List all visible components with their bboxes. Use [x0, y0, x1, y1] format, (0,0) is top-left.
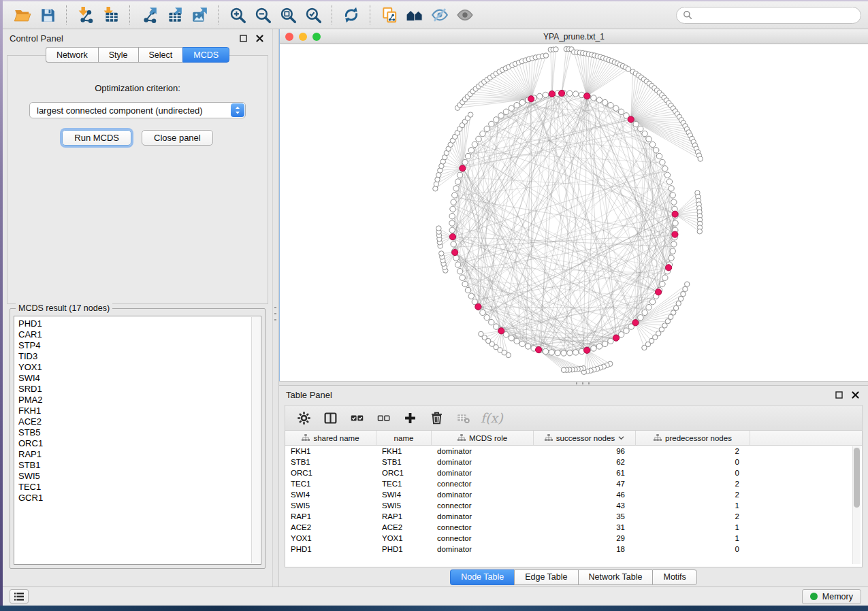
cell-predecessor-nodes[interactable]: 2: [636, 512, 750, 521]
vertical-splitter[interactable]: [272, 29, 279, 587]
mcds-result-item[interactable]: TID3: [18, 351, 251, 362]
cell-name[interactable]: ACE2: [376, 523, 432, 531]
column-header-predecessor-nodes[interactable]: predecessor nodes: [636, 431, 750, 445]
mcds-result-item[interactable]: GCR1: [18, 493, 251, 503]
run-mcds-button[interactable]: Run MCDS: [62, 130, 131, 146]
first-neighbors-button[interactable]: [402, 5, 427, 26]
add-column-button[interactable]: [398, 408, 421, 428]
cell-MCDS-role[interactable]: dominator: [432, 469, 534, 477]
table-scrollbar[interactable]: [852, 446, 861, 564]
cell-shared-name[interactable]: TEC1: [285, 480, 376, 488]
tab-select[interactable]: Select: [138, 47, 183, 63]
cell-successor-nodes[interactable]: 29: [534, 534, 636, 542]
cell-MCDS-role[interactable]: dominator: [432, 447, 534, 455]
close-panel-button[interactable]: [254, 33, 266, 44]
cell-name[interactable]: RAP1: [376, 512, 432, 521]
network-canvas[interactable]: [280, 44, 868, 381]
zoom-selected-button[interactable]: [300, 5, 325, 26]
cell-name[interactable]: STB1: [376, 458, 432, 466]
cell-successor-nodes[interactable]: 61: [534, 469, 636, 477]
select-all-checks-button[interactable]: [345, 408, 368, 428]
cell-MCDS-role[interactable]: dominator: [432, 512, 534, 521]
table-row[interactable]: SWI5SWI5connector431: [285, 500, 862, 511]
mcds-result-item[interactable]: SWI4: [18, 373, 251, 384]
cell-successor-nodes[interactable]: 35: [534, 512, 636, 521]
table-row[interactable]: ORC1ORC1dominator610: [285, 467, 862, 478]
cell-MCDS-role[interactable]: dominator: [432, 458, 534, 466]
table-row[interactable]: TEC1TEC1connector472: [285, 478, 862, 489]
optimization-criterion-select[interactable]: largest connected component (undirected): [29, 102, 246, 118]
cell-shared-name[interactable]: PHD1: [285, 545, 376, 553]
cell-MCDS-role[interactable]: connector: [432, 480, 534, 488]
import-network-button[interactable]: [73, 5, 98, 26]
open-session-button[interactable]: [10, 5, 35, 26]
cell-successor-nodes[interactable]: 46: [534, 491, 636, 499]
mcds-result-item[interactable]: STB1: [18, 460, 251, 471]
mcds-result-item[interactable]: ACE2: [18, 416, 251, 427]
close-table-panel-button[interactable]: [850, 389, 861, 401]
table-row[interactable]: ACE2ACE2connector311: [285, 522, 862, 533]
tab-style[interactable]: Style: [98, 47, 138, 63]
cell-MCDS-role[interactable]: connector: [432, 534, 534, 542]
close-mcds-panel-button[interactable]: Close panel: [142, 130, 213, 146]
table-row[interactable]: FKH1FKH1dominator962: [285, 446, 862, 457]
tab-network-table[interactable]: Network Table: [578, 569, 653, 585]
mcds-result-item[interactable]: SRD1: [18, 384, 251, 395]
export-image-button[interactable]: [187, 5, 212, 26]
cell-predecessor-nodes[interactable]: 1: [636, 523, 750, 531]
mcds-result-item[interactable]: STB5: [18, 427, 251, 438]
clear-all-checks-button[interactable]: [372, 408, 395, 428]
network-graph[interactable]: [280, 44, 868, 380]
import-table-button[interactable]: [98, 5, 123, 26]
cell-shared-name[interactable]: STB1: [285, 458, 376, 466]
cell-successor-nodes[interactable]: 47: [534, 480, 636, 488]
refresh-layout-button[interactable]: [338, 5, 364, 26]
cell-MCDS-role[interactable]: connector: [432, 501, 534, 510]
tab-edge-table[interactable]: Edge Table: [514, 569, 577, 585]
float-table-panel-button[interactable]: [833, 389, 845, 401]
column-header-successor-nodes[interactable]: successor nodes: [534, 431, 636, 445]
save-session-button[interactable]: [35, 5, 60, 26]
mcds-result-item[interactable]: RAP1: [18, 449, 251, 460]
mcds-result-item[interactable]: ORC1: [18, 438, 251, 449]
new-network-from-selection-button[interactable]: [376, 5, 402, 26]
cell-successor-nodes[interactable]: 96: [534, 447, 636, 455]
close-window-icon[interactable]: [285, 33, 293, 41]
table-row[interactable]: STB1STB1dominator620: [285, 457, 862, 467]
network-window-titlebar[interactable]: YPA_prune.txt_1: [280, 29, 868, 44]
cell-name[interactable]: PHD1: [376, 545, 432, 553]
export-table-button[interactable]: [161, 5, 187, 26]
tab-motifs[interactable]: Motifs: [652, 569, 696, 585]
cell-MCDS-role[interactable]: connector: [432, 523, 534, 531]
cell-shared-name[interactable]: YOX1: [285, 534, 376, 542]
cell-shared-name[interactable]: SWI5: [285, 501, 376, 510]
cell-predecessor-nodes[interactable]: 1: [636, 501, 750, 510]
mcds-result-item[interactable]: CAR1: [18, 329, 251, 340]
column-header-shared-name[interactable]: shared name: [285, 431, 376, 445]
zoom-fit-button[interactable]: [275, 5, 300, 26]
cell-shared-name[interactable]: RAP1: [285, 512, 376, 521]
minimize-window-icon[interactable]: [299, 33, 307, 41]
cell-name[interactable]: TEC1: [376, 480, 432, 488]
cell-predecessor-nodes[interactable]: 2: [636, 447, 750, 455]
zoom-out-button[interactable]: [250, 5, 275, 26]
cell-name[interactable]: SWI5: [376, 501, 432, 510]
hide-selected-button[interactable]: [427, 5, 452, 26]
delete-column-button[interactable]: [425, 408, 448, 428]
zoom-in-button[interactable]: [225, 5, 250, 26]
cell-predecessor-nodes[interactable]: 1: [636, 534, 750, 542]
cell-shared-name[interactable]: SWI4: [285, 491, 376, 499]
cell-name[interactable]: ORC1: [376, 469, 432, 477]
mcds-result-item[interactable]: TEC1: [18, 482, 251, 493]
cell-successor-nodes[interactable]: 31: [534, 523, 636, 531]
show-all-button[interactable]: [452, 5, 477, 26]
show-columns-button[interactable]: [319, 408, 342, 428]
cell-predecessor-nodes[interactable]: 0: [636, 469, 750, 477]
mcds-result-item[interactable]: YOX1: [18, 362, 251, 373]
horizontal-splitter[interactable]: [279, 381, 868, 386]
mcds-result-item[interactable]: STP4: [18, 340, 251, 351]
settings-gear-button[interactable]: [292, 408, 315, 428]
cell-predecessor-nodes[interactable]: 0: [636, 458, 750, 466]
cell-predecessor-nodes[interactable]: 0: [636, 545, 750, 553]
table-row[interactable]: SWI4SWI4dominator462: [285, 489, 862, 500]
